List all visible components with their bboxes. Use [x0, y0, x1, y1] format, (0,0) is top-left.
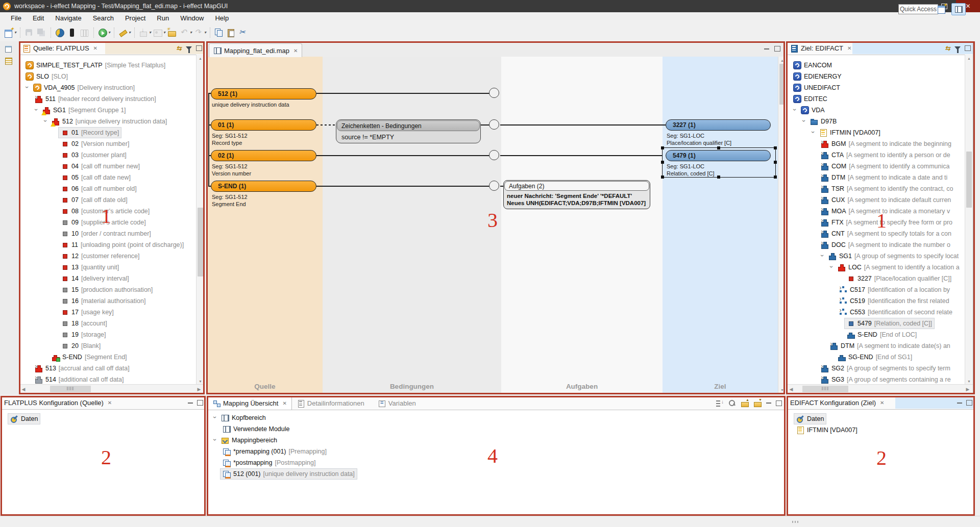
tree-item[interactable]: VDA_4905 [Delivery instruction]	[20, 82, 197, 93]
close-tab-icon[interactable]: ✕	[847, 45, 851, 51]
twistie-icon[interactable]	[800, 118, 807, 125]
tree-item[interactable]: CTA [A segment to identify a person or d…	[788, 149, 965, 161]
target-node[interactable]: 5479 (1) Seg: SG1-LOC Relation, coded [C…	[666, 150, 771, 177]
link-with-editor-icon[interactable]: ⇆	[176, 44, 182, 52]
source-panel-tab[interactable]: Quelle: FLATPLUS ✕	[22, 44, 97, 53]
mapping-canvas[interactable]: ▲ ▼ QuelleBedingungenAufgabenZiel 512 (1…	[207, 57, 784, 393]
search-icon[interactable]	[728, 399, 736, 407]
link-with-editor-icon[interactable]: ⇆	[945, 44, 950, 52]
toolbar-button[interactable]: ▾	[117, 28, 132, 38]
tree-item[interactable]: 5479 [Relation, coded [C]]	[788, 318, 965, 329]
toolbar-button[interactable]	[207, 28, 213, 38]
list-item[interactable]: Daten	[2, 413, 205, 424]
twistie-icon[interactable]	[41, 118, 49, 125]
source-node[interactable]: 512 (1) unique delivery instruction data	[211, 88, 316, 109]
toolbar-button[interactable]: ▾	[97, 28, 111, 38]
sash-grip[interactable]	[792, 521, 799, 523]
tree-item[interactable]: CUX [A segment to indicate default curre…	[788, 194, 965, 206]
minimize-view-icon[interactable]	[766, 403, 771, 404]
view-tab[interactable]: Variablen	[373, 397, 425, 410]
dropdown-arrow-icon[interactable]: ▾	[190, 30, 192, 35]
source-tree-vscrollbar[interactable]: ▲ ▼	[196, 55, 204, 385]
tree-item[interactable]: MOA [A segment to indicate a monetary v	[788, 206, 965, 217]
source-node-pill[interactable]: 01 (1)	[211, 119, 316, 131]
toolbar-button[interactable]	[91, 28, 97, 38]
tree-item[interactable]: 15 [production authorisation]	[20, 284, 197, 295]
tree-item[interactable]: 3227 [Place/location qualifier [C]]	[788, 273, 965, 284]
close-tab-icon[interactable]: ✕	[93, 45, 97, 51]
twistie-icon[interactable]	[827, 264, 835, 271]
connection-port[interactable]	[489, 181, 499, 191]
source-config-tab[interactable]: FLATPLUS Konfiguration (Quelle) ✕	[4, 399, 112, 407]
tree-item[interactable]: DTM [A segment to indicate date(s) an	[788, 340, 965, 352]
quick-access-box[interactable]: Quick Access	[898, 4, 938, 14]
tree-item[interactable]: SG1 [Segment Gruppe 1]	[20, 105, 197, 116]
tree-item[interactable]: TSR [A segment to identify the contract,…	[788, 183, 965, 194]
tree-item[interactable]: SG3 [A group of segments containing a re	[788, 374, 965, 385]
toolbar-button[interactable]	[111, 28, 117, 38]
tree-item[interactable]: 07 [call off date old]	[20, 194, 197, 206]
tree-item[interactable]: 06 [call off number old]	[20, 183, 197, 194]
tree-item[interactable]: DOC [A segment to indicate the number o	[788, 239, 965, 250]
maximize-view-icon[interactable]	[197, 400, 203, 406]
tree-item[interactable]: IFTMIN [VDA007]	[788, 127, 965, 138]
tree-item[interactable]: UNEDIFACT	[788, 82, 965, 93]
tree-item[interactable]: 05 [call off date new]	[20, 172, 197, 183]
tree-item[interactable]: FTX [A segment to specify free form or p…	[788, 217, 965, 228]
dropdown-arrow-icon[interactable]: ▾	[204, 30, 206, 35]
tree-item[interactable]: 511 [header record delivery instruction]	[20, 93, 197, 105]
target-node[interactable]: 3227 (1) Seg: SG1-LOC Place/location qua…	[666, 119, 771, 146]
tree-item[interactable]: 20 [Blank]	[20, 340, 197, 352]
tree-item[interactable]: COM [A segment to identify a communica	[788, 161, 965, 172]
tree-item[interactable]: EANCOM	[788, 60, 965, 71]
open-perspective-button[interactable]	[935, 3, 948, 14]
tree-item[interactable]: 04 [call off number new]	[20, 161, 197, 172]
tree-item[interactable]: 514 [additional call off data]	[20, 374, 197, 385]
tree-item[interactable]: Verwendete Module	[208, 423, 785, 435]
twistie-icon[interactable]	[809, 129, 817, 136]
tree-item[interactable]: SG2 [A group of segments to specify term	[788, 363, 965, 374]
maximize-view-icon[interactable]	[196, 45, 202, 51]
target-config-tab[interactable]: EDIFACT Konfiguration (Ziel) ✕	[790, 399, 885, 407]
tree-item[interactable]: SG-END [End of SG1]	[788, 352, 965, 363]
tree-item[interactable]: VDA	[788, 105, 965, 116]
tree-item[interactable]: 03 [customer plant]	[20, 149, 197, 161]
toolbar-button[interactable]	[213, 28, 226, 38]
connection-port[interactable]	[489, 88, 499, 98]
condition-box[interactable]: Zeichenketten - Bedingungen source != *E…	[336, 119, 481, 143]
tree-item[interactable]: 08 [customer's article code]	[20, 206, 197, 217]
connection-port[interactable]	[489, 150, 499, 160]
source-node-pill[interactable]: 512 (1)	[211, 88, 316, 99]
tree-item[interactable]: 02 [Version number]	[20, 138, 197, 149]
tree-item[interactable]: SLO [SLO]	[20, 71, 197, 82]
toolbar-button[interactable]: ▾	[179, 28, 193, 38]
tree-item[interactable]: 19 [storage]	[20, 329, 197, 340]
tree-item[interactable]: SG1 [A group of segments to specify loca…	[788, 250, 965, 262]
source-node[interactable]: 01 (1) Seg: SG1-512 Record type	[211, 119, 316, 146]
twistie-icon[interactable]	[32, 107, 40, 114]
tree-item[interactable]: *postmapping [Postmapping]	[208, 457, 785, 468]
source-node[interactable]: 02 (1) Seg: SG1-512 Version number	[211, 150, 316, 177]
tree-item[interactable]: 12 [customer reference]	[20, 250, 197, 262]
menu-item[interactable]: Window	[175, 13, 209, 23]
tree-item[interactable]: 13 [quantity unit]	[20, 262, 197, 273]
toolbar-button[interactable]	[79, 28, 91, 38]
close-tab-icon[interactable]: ✕	[880, 400, 884, 406]
tree-item[interactable]: 01 [Record type]	[20, 127, 197, 138]
twistie-icon[interactable]	[211, 437, 218, 444]
menu-item[interactable]: Edit	[27, 13, 50, 23]
menu-item[interactable]: File	[5, 13, 27, 23]
view-tab[interactable]: Mapping Übersicht ✕	[207, 396, 292, 410]
toolbar-button[interactable]	[238, 28, 250, 38]
toolbar-button[interactable]	[17, 28, 23, 38]
minimize-view-icon[interactable]	[957, 403, 962, 404]
canvas-vscrollbar[interactable]: ▲ ▼	[778, 57, 784, 393]
twistie-icon[interactable]	[23, 84, 31, 91]
toolbar-button[interactable]	[23, 28, 36, 38]
connection-port[interactable]	[489, 119, 499, 130]
tree-item[interactable]: 11 [unloading point (point of discharge)…	[20, 239, 197, 250]
toolbar-button[interactable]	[36, 28, 48, 38]
toolbar-button[interactable]: ▾	[3, 28, 17, 38]
toolbar-button[interactable]	[48, 28, 54, 38]
source-node-pill[interactable]: S-END (1)	[211, 181, 316, 192]
